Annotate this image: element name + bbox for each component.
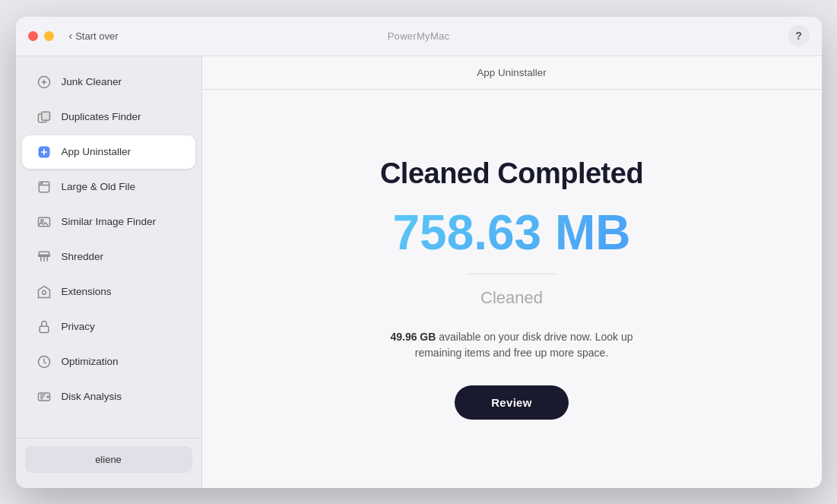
extensions-icon	[36, 284, 52, 300]
help-icon: ?	[795, 30, 802, 42]
main-window: ‹ Start over PowerMyMac ? Junk Clea	[16, 17, 822, 488]
svg-point-10	[42, 290, 46, 294]
app-uninstaller-label: App Uninstaller	[62, 146, 132, 157]
user-button[interactable]: eliene	[25, 446, 192, 473]
minimize-button[interactable]	[44, 31, 54, 41]
sidebar-footer: eliene	[16, 438, 201, 480]
sidebar-item-duplicates-finder[interactable]: Duplicates Finder	[22, 100, 195, 134]
sidebar-item-similar-image-finder[interactable]: Similar Image Finder	[22, 205, 195, 239]
svg-point-14	[46, 395, 49, 398]
titlebar: ‹ Start over PowerMyMac ?	[16, 17, 822, 56]
divider	[466, 274, 557, 274]
sidebar-item-junk-cleaner[interactable]: Junk Cleaner	[22, 65, 195, 99]
similar-image-finder-icon	[36, 214, 52, 230]
close-button[interactable]	[28, 31, 38, 41]
sidebar-item-shredder[interactable]: Shredder	[22, 240, 195, 274]
sidebar-item-disk-analysis[interactable]: Disk Analysis	[22, 380, 195, 414]
page-title: App Uninstaller	[477, 67, 547, 78]
duplicates-finder-label: Duplicates Finder	[62, 111, 141, 122]
privacy-label: Privacy	[62, 321, 95, 332]
sub-header: App Uninstaller	[202, 56, 822, 90]
disk-info: 49.96 GB available on your disk drive no…	[390, 329, 633, 361]
extensions-label: Extensions	[62, 286, 112, 297]
sidebar-item-app-uninstaller[interactable]: App Uninstaller	[22, 135, 195, 169]
svg-point-7	[40, 219, 43, 221]
start-over-button[interactable]: ‹ Start over	[69, 30, 119, 42]
junk-cleaner-icon	[36, 74, 52, 90]
cleaned-size-value: 758.63 MB	[392, 208, 630, 257]
app-name-label: PowerMyMac	[388, 30, 450, 42]
shredder-icon	[36, 249, 52, 265]
disk-space-value: 49.96 GB	[390, 331, 436, 343]
privacy-icon	[36, 319, 52, 335]
sidebar-item-extensions[interactable]: Extensions	[22, 275, 195, 309]
help-button[interactable]: ?	[788, 25, 810, 46]
body: Junk Cleaner Duplicates Finder	[16, 56, 822, 488]
shredder-label: Shredder	[62, 251, 104, 262]
chevron-left-icon: ‹	[69, 30, 73, 42]
main-content: Cleaned Completed 758.63 MB Cleaned 49.9…	[202, 90, 822, 488]
large-old-file-icon	[36, 179, 52, 195]
large-old-file-label: Large & Old File	[62, 181, 136, 192]
traffic-lights	[28, 31, 54, 41]
sidebar-item-optimization[interactable]: Optimization	[22, 345, 195, 379]
disk-analysis-icon	[36, 388, 52, 405]
svg-rect-2	[41, 112, 49, 120]
junk-cleaner-label: Junk Cleaner	[62, 76, 122, 87]
start-over-label: Start over	[75, 30, 118, 42]
optimization-label: Optimization	[62, 356, 119, 367]
content-area: Cleaned Completed 758.63 MB Cleaned 49.9…	[380, 157, 643, 420]
disk-info-text: available on your disk drive now. Look u…	[415, 331, 633, 359]
sidebar: Junk Cleaner Duplicates Finder	[16, 56, 202, 488]
sidebar-items: Junk Cleaner Duplicates Finder	[16, 64, 201, 432]
svg-point-5	[40, 182, 42, 184]
cleaned-completed-heading: Cleaned Completed	[380, 157, 643, 190]
svg-rect-11	[40, 326, 49, 332]
main-content-wrapper: App Uninstaller Cleaned Completed 758.63…	[202, 56, 822, 488]
svg-rect-6	[38, 217, 49, 227]
similar-image-finder-label: Similar Image Finder	[62, 216, 157, 227]
duplicates-finder-icon	[36, 109, 52, 125]
review-button[interactable]: Review	[455, 385, 569, 420]
disk-analysis-label: Disk Analysis	[62, 391, 122, 402]
optimization-icon	[36, 353, 52, 370]
app-uninstaller-icon	[36, 144, 52, 160]
sidebar-item-large-old-file[interactable]: Large & Old File	[22, 170, 195, 204]
cleaned-label: Cleaned	[480, 288, 543, 308]
sidebar-item-privacy[interactable]: Privacy	[22, 310, 195, 344]
